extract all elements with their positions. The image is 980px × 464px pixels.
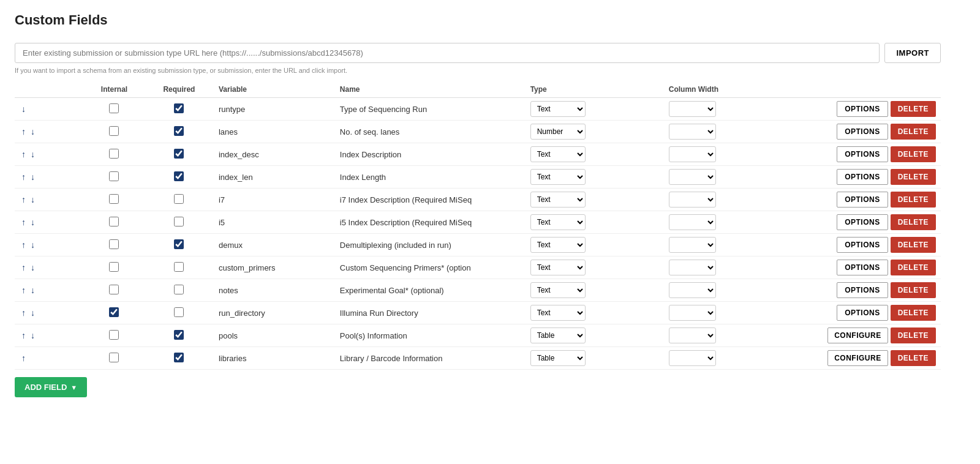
internal-checkbox[interactable]: [109, 307, 119, 317]
table-row: ↑↓demuxDemultiplexing (included in run)T…: [15, 234, 941, 256]
column-width-select[interactable]: SmallMediumLarge: [669, 260, 716, 275]
type-select[interactable]: TextNumberTableDateBoolean: [530, 169, 586, 185]
delete-button[interactable]: DELETE: [891, 350, 936, 366]
required-checkbox[interactable]: [174, 126, 184, 136]
delete-button[interactable]: DELETE: [891, 214, 936, 230]
move-down-button[interactable]: ↓: [29, 126, 37, 137]
type-select[interactable]: TextNumberTableDateBoolean: [530, 260, 586, 275]
options-button[interactable]: OPTIONS: [837, 192, 888, 208]
page-title: Custom Fields: [15, 12, 941, 28]
type-select[interactable]: TextNumberTableDateBoolean: [530, 146, 586, 162]
required-checkbox[interactable]: [174, 194, 184, 204]
internal-checkbox[interactable]: [109, 149, 119, 159]
type-select[interactable]: TextNumberTableDateBoolean: [530, 214, 586, 230]
column-width-select[interactable]: SmallMediumLarge: [669, 305, 716, 321]
type-select[interactable]: TextNumberTableDateBoolean: [530, 327, 586, 343]
required-checkbox[interactable]: [174, 171, 184, 181]
column-width-select[interactable]: SmallMediumLarge: [669, 169, 716, 185]
internal-checkbox[interactable]: [109, 285, 119, 294]
delete-button[interactable]: DELETE: [891, 237, 936, 253]
move-up-button[interactable]: ↑: [20, 194, 28, 205]
move-up-button[interactable]: ↑: [20, 353, 28, 364]
column-width-select[interactable]: SmallMediumLarge: [669, 282, 716, 298]
type-select[interactable]: TextNumberTableDateBoolean: [530, 192, 586, 208]
internal-checkbox[interactable]: [109, 239, 119, 249]
delete-button[interactable]: DELETE: [891, 146, 936, 162]
add-field-button[interactable]: ADD FIELD ▼: [15, 377, 87, 397]
delete-button[interactable]: DELETE: [891, 169, 936, 185]
move-up-button[interactable]: ↑: [20, 126, 28, 137]
move-up-button[interactable]: ↑: [20, 262, 28, 273]
options-button[interactable]: OPTIONS: [837, 305, 888, 321]
options-button[interactable]: OPTIONS: [837, 260, 888, 275]
column-width-select[interactable]: SmallMediumLarge: [669, 146, 716, 162]
move-up-button[interactable]: ↑: [20, 307, 28, 318]
move-down-button[interactable]: ↓: [20, 103, 28, 114]
column-width-select[interactable]: SmallMediumLarge: [669, 124, 716, 140]
internal-checkbox[interactable]: [109, 194, 119, 204]
type-select[interactable]: TextNumberTableDateBoolean: [530, 305, 586, 321]
type-select[interactable]: TextNumberTableDateBoolean: [530, 350, 586, 366]
internal-checkbox[interactable]: [109, 217, 119, 226]
delete-button[interactable]: DELETE: [891, 260, 936, 275]
move-up-button[interactable]: ↑: [20, 239, 28, 250]
required-checkbox[interactable]: [174, 285, 184, 294]
options-button[interactable]: OPTIONS: [837, 169, 888, 185]
delete-button[interactable]: DELETE: [891, 305, 936, 321]
required-checkbox[interactable]: [174, 262, 184, 272]
column-width-select[interactable]: SmallMediumLarge: [669, 327, 716, 343]
variable-name: run_directory: [214, 302, 335, 324]
move-down-button[interactable]: ↓: [29, 307, 37, 318]
internal-checkbox[interactable]: [109, 330, 119, 340]
column-width-select[interactable]: SmallMediumLarge: [669, 101, 716, 117]
required-checkbox[interactable]: [174, 217, 184, 226]
type-select[interactable]: TextNumberTableDateBoolean: [530, 237, 586, 253]
type-select[interactable]: TextNumberTableDateBoolean: [530, 124, 586, 140]
move-down-button[interactable]: ↓: [29, 239, 37, 250]
internal-checkbox[interactable]: [109, 126, 119, 136]
move-down-button[interactable]: ↓: [29, 171, 37, 182]
required-checkbox[interactable]: [174, 103, 184, 113]
move-down-button[interactable]: ↓: [29, 285, 37, 296]
required-checkbox[interactable]: [174, 330, 184, 340]
internal-checkbox[interactable]: [109, 353, 119, 362]
delete-button[interactable]: DELETE: [891, 101, 936, 117]
required-checkbox[interactable]: [174, 239, 184, 249]
move-up-button[interactable]: ↑: [20, 285, 28, 296]
move-down-button[interactable]: ↓: [29, 262, 37, 273]
import-url-input[interactable]: [15, 43, 880, 63]
column-width-select[interactable]: SmallMediumLarge: [669, 192, 716, 208]
options-button[interactable]: OPTIONS: [837, 237, 888, 253]
column-width-select[interactable]: SmallMediumLarge: [669, 237, 716, 253]
configure-button[interactable]: CONFIGURE: [827, 350, 888, 366]
type-select[interactable]: TextNumberTableDateBoolean: [530, 101, 586, 117]
required-checkbox[interactable]: [174, 307, 184, 317]
delete-button[interactable]: DELETE: [891, 282, 936, 298]
delete-button[interactable]: DELETE: [891, 124, 936, 140]
delete-button[interactable]: DELETE: [891, 327, 936, 343]
import-button[interactable]: IMPORT: [884, 43, 941, 63]
delete-button[interactable]: DELETE: [891, 192, 936, 208]
move-up-button[interactable]: ↑: [20, 217, 28, 228]
move-up-button[interactable]: ↑: [20, 149, 28, 160]
configure-button[interactable]: CONFIGURE: [827, 327, 888, 343]
move-up-button[interactable]: ↑: [20, 330, 28, 341]
move-up-button[interactable]: ↑: [20, 171, 28, 182]
internal-checkbox[interactable]: [109, 262, 119, 272]
column-width-select[interactable]: SmallMediumLarge: [669, 350, 716, 366]
internal-checkbox[interactable]: [109, 171, 119, 181]
required-checkbox[interactable]: [174, 353, 184, 362]
options-button[interactable]: OPTIONS: [837, 282, 888, 298]
internal-checkbox[interactable]: [109, 103, 119, 113]
options-button[interactable]: OPTIONS: [837, 124, 888, 140]
column-width-select[interactable]: SmallMediumLarge: [669, 214, 716, 230]
required-checkbox[interactable]: [174, 149, 184, 159]
options-button[interactable]: OPTIONS: [837, 101, 888, 117]
options-button[interactable]: OPTIONS: [837, 146, 888, 162]
move-down-button[interactable]: ↓: [29, 217, 37, 228]
options-button[interactable]: OPTIONS: [837, 214, 888, 230]
move-down-button[interactable]: ↓: [29, 330, 37, 341]
move-down-button[interactable]: ↓: [29, 194, 37, 205]
move-down-button[interactable]: ↓: [29, 149, 37, 160]
type-select[interactable]: TextNumberTableDateBoolean: [530, 282, 586, 298]
